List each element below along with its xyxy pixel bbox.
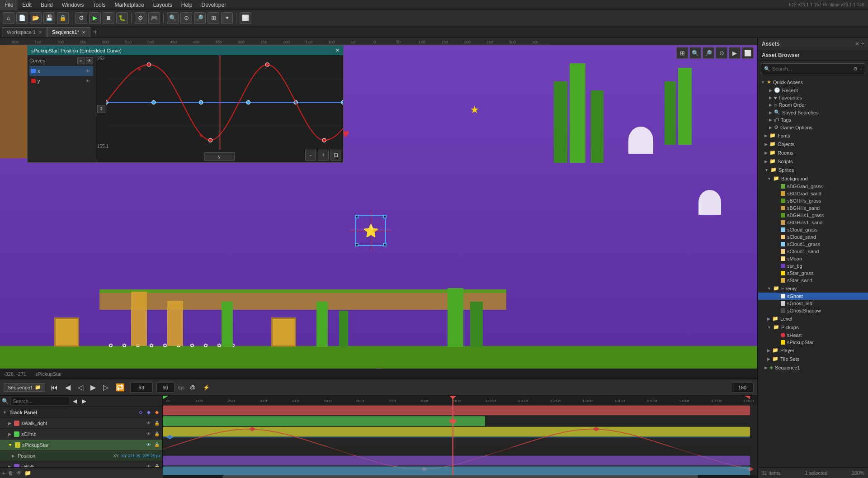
fonts-header[interactable]: ▶ 📁 Fonts — [758, 131, 868, 140]
track-next-btn[interactable]: ▶ — [80, 398, 88, 404]
enemy-header[interactable]: ▼ 📁 Enemy — [758, 284, 868, 293]
menu-layouts[interactable]: Layouts — [149, 0, 177, 10]
folder-track-btn[interactable]: 📁 — [24, 470, 31, 476]
asset-sghost-shadow[interactable]: sGhostShadow — [758, 307, 868, 314]
sequence-folder-icon[interactable]: 📁 — [35, 384, 41, 390]
scripts-header[interactable]: ▶ 📁 Scripts — [758, 157, 868, 166]
timeline-hscrollbar[interactable] — [163, 475, 757, 478]
asset-sbghills-sand[interactable]: sBGHills_sand — [758, 204, 868, 212]
rooms-header[interactable]: ▶ 📁 Rooms — [758, 148, 868, 157]
asset-scloud-grass[interactable]: sCloud_grass — [758, 226, 868, 233]
curve-editor-title-bar[interactable]: sPickupStar: Position (Embedded Curve) ✕ — [28, 46, 343, 55]
track-visible-btn[interactable]: 👁 — [145, 420, 152, 427]
qa-saved-searches[interactable]: ▶ 🔍 Saved Searches — [758, 109, 868, 116]
track-expand-sclimb[interactable]: ▶ — [7, 432, 12, 436]
track-expand-spickupstar[interactable]: ▼ — [7, 443, 13, 447]
curve-editor-close[interactable]: ✕ — [335, 47, 340, 53]
gamepad-btn[interactable]: 🎮 — [148, 12, 160, 24]
asset-sbghills1-grass[interactable]: sBGHills1_grass — [758, 212, 868, 219]
asset-sprbg[interactable]: spr_bg — [758, 262, 868, 270]
timeline-metronome-btn[interactable]: @ — [188, 384, 197, 391]
track-search-input[interactable] — [10, 397, 69, 406]
timeline-frame-input[interactable] — [130, 383, 153, 393]
curve-zoom-out-btn[interactable]: - — [305, 150, 316, 161]
menu-build[interactable]: Build — [36, 0, 57, 10]
curve-zoom-in-btn[interactable]: + — [318, 150, 329, 161]
timeline-hscroll-thumb[interactable] — [222, 475, 698, 478]
filter-icon[interactable]: ⚙ — [853, 66, 858, 72]
timeline-end-frame-input[interactable] — [731, 383, 754, 393]
tab-sequence1-close[interactable]: ✕ — [82, 30, 85, 35]
curve-vscale-btn[interactable]: ⇕ — [97, 105, 105, 113]
zoom-reset-btn[interactable]: ⊙ — [180, 12, 192, 24]
tilesets-header[interactable]: ▶ 📁 Tile Sets — [758, 355, 868, 363]
timeline-loop-btn[interactable]: 🔁 — [114, 383, 127, 392]
lock-btn[interactable]: 🔒 — [57, 12, 69, 24]
curve-y-eye[interactable]: 👁 — [84, 77, 91, 85]
track-expand-all-btn[interactable]: ▼ — [2, 410, 8, 415]
zoom-out-btn[interactable]: 🔍 — [167, 12, 179, 24]
asset-sstar-grass[interactable]: sStar_grass — [758, 270, 868, 277]
menu-help[interactable]: Help — [177, 0, 197, 10]
qa-game-options[interactable]: ▶ ⚙ Game Options — [758, 123, 868, 131]
sequence1-header[interactable]: ▶ ◈ Sequence1 — [758, 363, 868, 372]
open-btn[interactable]: 📂 — [30, 12, 42, 24]
menu-tools[interactable]: Tools — [88, 0, 110, 10]
quick-access-header[interactable]: ▼ ★ Quick Access — [758, 78, 868, 86]
track-sclimb-lock-btn[interactable]: 🔒 — [153, 431, 160, 438]
track-prev-btn[interactable]: ◀ — [71, 398, 79, 404]
collapse-btn[interactable]: ▼ — [376, 366, 382, 369]
curve-eye-btn[interactable]: 👁 — [86, 57, 93, 64]
play-btn[interactable]: ▶ — [89, 12, 101, 24]
tab-workspace1-close[interactable]: ✕ — [38, 30, 42, 35]
grid-btn[interactable]: ⊞ — [208, 12, 219, 24]
game-canvas[interactable]: ★ ★ ★ ★ ★ — [0, 45, 757, 369]
sort-icon[interactable]: ≡ — [859, 66, 862, 71]
timeline-play-btn[interactable]: ▶ — [89, 383, 98, 392]
add-track-btn[interactable]: + — [2, 469, 5, 477]
background-header[interactable]: ▼ 📁 Background — [758, 174, 868, 183]
asset-search-input[interactable] — [772, 66, 851, 71]
sprites-header[interactable]: ▼ 📁 Sprites — [758, 166, 868, 174]
track-lock-btn[interactable]: 🔒 — [153, 420, 160, 427]
home-btn[interactable]: ⌂ — [3, 12, 14, 24]
add-key-fwd-btn[interactable]: ◈ — [145, 409, 152, 416]
track-swalk-right[interactable]: ▶ sWalk_right 👁 🔒 — [0, 418, 162, 429]
viewport-zoom-out-btn[interactable]: 🔍 — [689, 47, 701, 59]
curve-item-y[interactable]: y 👁 — [29, 76, 93, 86]
asset-spickupstar[interactable]: sPickupStar — [758, 339, 868, 346]
timeline-track-content[interactable]: 0 10f 20f 30f 40f 50f 60f 70f 80f 90f 10… — [163, 396, 757, 478]
asset-sbghills-grass[interactable]: sBGHills_grass — [758, 197, 868, 204]
qa-recent[interactable]: ▶ 🕐 Recent — [758, 86, 868, 94]
add-key-btn[interactable]: ◇ — [137, 409, 144, 416]
track-sclimb-visible-btn[interactable]: 👁 — [145, 431, 152, 438]
viewport-fit-btn[interactable]: ⊙ — [716, 47, 727, 59]
curve-fit-btn[interactable]: ⊡ — [330, 150, 341, 161]
debug-btn[interactable]: 🐛 — [116, 12, 128, 24]
new-btn[interactable]: 📄 — [16, 12, 28, 24]
curve-y-tab[interactable]: y — [204, 152, 235, 161]
viewport-grid-btn[interactable]: ⊞ — [676, 47, 688, 59]
level-header[interactable]: ▶ 📁 Level — [758, 314, 868, 323]
asset-scloud1-grass[interactable]: sCloud1_grass — [758, 241, 868, 248]
curve-x-eye[interactable]: 👁 — [84, 67, 91, 75]
objects-header[interactable]: ▶ 📁 Objects — [758, 140, 868, 148]
zoom-in-btn[interactable]: 🔎 — [194, 12, 206, 24]
curve-item-x[interactable]: x 👁 — [29, 66, 93, 76]
asset-sghost-left[interactable]: sGhost_left — [758, 300, 868, 307]
remove-track-btn[interactable]: 🗑 — [8, 470, 14, 476]
track-expand-position[interactable]: ▶ — [11, 454, 16, 458]
selected-object[interactable]: ⭐ — [357, 217, 384, 244]
pickups-header[interactable]: ▼ 📁 Pickups — [758, 323, 868, 331]
stop-btn[interactable]: ⏹ — [103, 12, 114, 24]
asset-sbghills1-sand[interactable]: sBGHills1_sand — [758, 219, 868, 226]
tab-workspace1[interactable]: Workspace 1 ✕ — [2, 27, 47, 37]
asset-browser-close-btn[interactable]: ✕ — [855, 41, 859, 47]
sequence-name-display[interactable]: Sequence1 📁 — [4, 383, 45, 392]
track-spickupstar-lock-btn[interactable]: 🔒 — [153, 441, 160, 449]
curve-canvas[interactable]: 252 155.1 ⇕ — [95, 55, 343, 162]
tab-sequence1[interactable]: Sequence1* ✕ — [47, 27, 90, 37]
settings-btn[interactable]: ⚙ — [75, 12, 87, 24]
viewport-play-btn[interactable]: ▶ — [729, 47, 741, 59]
eye-all-btn[interactable]: 👁 — [16, 470, 22, 476]
